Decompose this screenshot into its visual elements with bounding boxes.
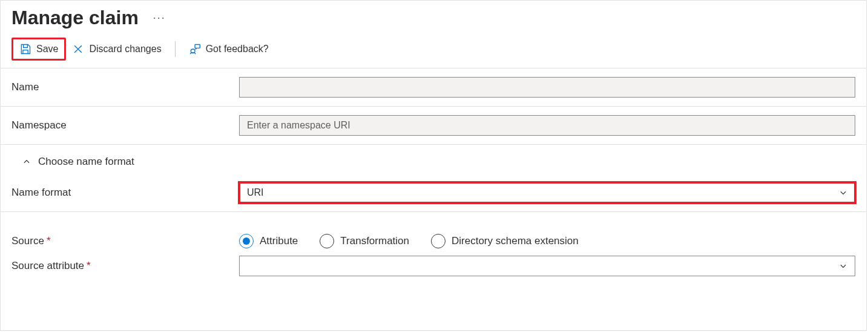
row-name: Name [1,68,866,107]
radio-icon-selected [239,234,254,248]
radio-attribute[interactable]: Attribute [239,234,298,248]
manage-claim-panel: Manage claim ··· Save Discard changes Go… [0,0,867,331]
name-format-label: Name format [12,187,239,199]
required-asterisk: * [87,260,91,271]
feedback-label: Got feedback? [206,44,269,55]
toolbar-separator [175,41,176,57]
radio-transformation[interactable]: Transformation [320,234,409,248]
row-choose-name-format[interactable]: Choose name format [1,145,866,174]
choose-name-format-label: Choose name format [38,156,134,168]
source-label: Source* [12,235,239,247]
radio-icon [320,234,334,248]
radio-icon [431,234,446,248]
discard-label: Discard changes [89,44,161,55]
more-menu-icon[interactable]: ··· [153,12,166,24]
save-button[interactable]: Save [12,38,66,61]
radio-label-attribute: Attribute [260,235,298,247]
page-title: Manage claim [12,7,139,29]
toolbar: Save Discard changes Got feedback? [1,29,866,68]
name-format-value: URI [247,187,264,198]
row-source: Source* Attribute Transformation Directo… [1,230,866,252]
radio-label-dse: Directory schema extension [452,235,579,247]
source-attribute-select[interactable] [239,256,855,276]
required-asterisk: * [47,235,51,247]
source-radio-group: Attribute Transformation Directory schem… [239,234,855,248]
name-format-select[interactable]: URI [239,182,855,203]
chevron-down-icon [839,188,847,197]
header: Manage claim ··· [1,1,866,29]
row-namespace: Namespace [1,107,866,145]
chevron-down-icon [839,262,847,270]
feedback-button[interactable]: Got feedback? [183,39,275,59]
namespace-input[interactable] [239,115,855,136]
spacer [1,212,866,230]
close-icon [72,43,84,55]
chevron-up-icon [22,158,31,166]
radio-label-transformation: Transformation [340,235,409,247]
namespace-label: Namespace [12,119,239,131]
row-name-format: Name format URI [1,174,866,212]
form: Name Namespace Choose name format Name f… [1,68,866,285]
save-icon [19,43,31,55]
source-attribute-label: Source attribute* [12,260,239,272]
svg-rect-1 [195,45,200,48]
feedback-icon [189,43,201,55]
row-source-attribute: Source attribute* [1,252,866,285]
name-input[interactable] [239,77,855,98]
name-label: Name [12,81,239,93]
save-label: Save [36,44,58,55]
discard-button[interactable]: Discard changes [66,39,167,59]
radio-dse[interactable]: Directory schema extension [431,234,579,248]
